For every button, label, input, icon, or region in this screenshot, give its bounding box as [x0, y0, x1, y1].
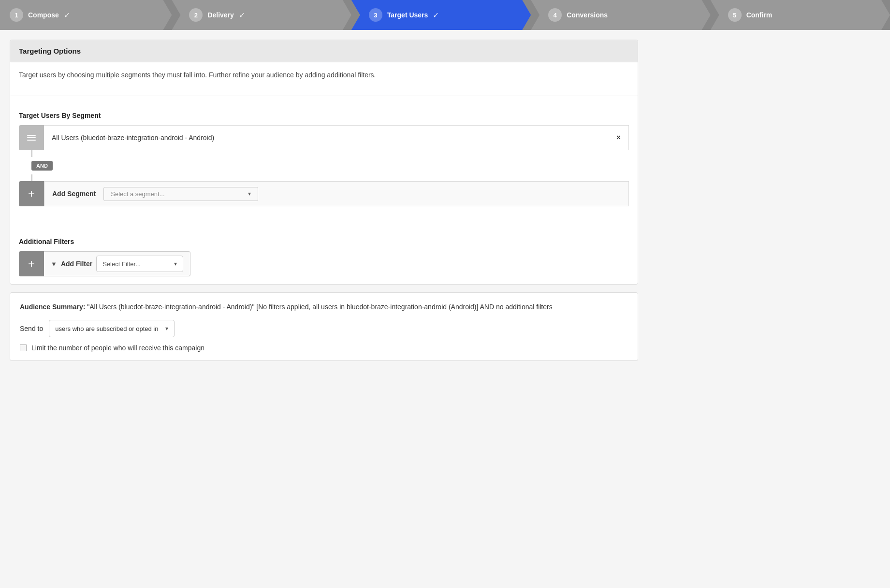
step-check-compose: ✓	[64, 11, 70, 20]
step-target-users[interactable]: 3 Target Users ✓	[351, 0, 531, 30]
filter-dropdown[interactable]: Select Filter... ▾	[96, 256, 183, 272]
add-segment-label: Add Segment	[52, 190, 96, 198]
targeting-options-card: Targeting Options Target users by choosi…	[10, 40, 638, 285]
segment-row: All Users (bluedot-braze-integration-and…	[19, 125, 629, 150]
add-segment-label-box: Add Segment Select a segment... ▾	[44, 181, 629, 206]
step-check-target-users: ✓	[433, 11, 439, 20]
step-compose[interactable]: 1 Compose ✓	[0, 0, 172, 30]
send-to-chevron-icon: ▾	[165, 325, 168, 332]
segment-section: Target Users By Segment All Users (blued…	[10, 104, 638, 214]
connector-line-bottom	[31, 174, 32, 181]
divider-2	[10, 222, 638, 222]
stepper: 1 Compose ✓ 2 Delivery ✓ 3 Target Users …	[0, 0, 890, 30]
step-label-target-users: Target Users	[387, 11, 428, 19]
filter-placeholder-text: Select Filter...	[102, 260, 170, 268]
send-to-value: users who are subscribed or opted in	[55, 325, 161, 332]
filter-chevron-icon: ▾	[174, 260, 177, 267]
limit-label: Limit the number of people who will rece…	[31, 344, 204, 352]
step-number-5: 5	[728, 8, 742, 22]
add-segment-row: + Add Segment Select a segment... ▾	[19, 181, 629, 206]
step-number-1: 1	[10, 8, 23, 22]
add-segment-button[interactable]: +	[19, 181, 44, 206]
step-confirm[interactable]: 5 Confirm	[711, 0, 890, 30]
chevron-down-icon: ▾	[248, 190, 251, 197]
divider-1	[10, 96, 638, 96]
targeting-options-body: Target users by choosing multiple segmen…	[10, 62, 638, 88]
remove-segment-button[interactable]: ×	[616, 133, 621, 142]
plus-icon: +	[28, 187, 35, 201]
send-to-label: Send to	[20, 325, 43, 332]
filter-row: + ▼ Add Filter Select Filter... ▾	[19, 251, 629, 276]
step-delivery[interactable]: 2 Delivery ✓	[172, 0, 351, 30]
step-label-confirm: Confirm	[746, 11, 773, 19]
send-to-row: Send to users who are subscribed or opte…	[20, 320, 628, 337]
filters-section: Additional Filters + ▼ Add Filter Select…	[10, 230, 638, 284]
segment-placeholder-text: Select a segment...	[111, 190, 248, 198]
audience-summary-label: Audience Summary:	[20, 303, 85, 311]
step-label-compose: Compose	[28, 11, 59, 19]
targeting-options-header: Targeting Options	[10, 40, 638, 62]
step-label-conversions: Conversions	[567, 11, 608, 19]
filters-section-title: Additional Filters	[19, 238, 629, 245]
targeting-description: Target users by choosing multiple segmen…	[19, 70, 629, 80]
segment-drag-handle[interactable]	[19, 125, 44, 150]
filter-icon: ▼	[51, 260, 57, 268]
limit-row: Limit the number of people who will rece…	[20, 344, 628, 352]
step-number-2: 2	[189, 8, 203, 22]
limit-checkbox[interactable]	[20, 344, 27, 351]
segment-section-title: Target Users By Segment	[19, 112, 629, 119]
main-content: Targeting Options Target users by choosi…	[0, 30, 648, 378]
step-number-3: 3	[369, 8, 382, 22]
step-number-4: 4	[548, 8, 562, 22]
add-filter-button[interactable]: +	[19, 251, 44, 276]
audience-summary-value: "All Users (bluedot-braze-integration-an…	[87, 303, 552, 311]
targeting-options-title: Targeting Options	[19, 47, 81, 55]
segment-value: All Users (bluedot-braze-integration-and…	[44, 125, 629, 150]
audience-summary-text: Audience Summary: "All Users (bluedot-br…	[20, 301, 628, 312]
connector-line-top	[31, 150, 32, 157]
filter-label: Add Filter	[61, 260, 92, 268]
and-badge: AND	[31, 161, 53, 171]
filter-inner-box: ▼ Add Filter Select Filter... ▾	[44, 251, 190, 276]
send-to-dropdown[interactable]: users who are subscribed or opted in ▾	[49, 320, 175, 337]
step-check-delivery: ✓	[239, 11, 245, 20]
filter-plus-icon: +	[28, 257, 35, 271]
audience-summary-card: Audience Summary: "All Users (bluedot-br…	[10, 292, 638, 361]
segment-value-text: All Users (bluedot-braze-integration-and…	[52, 134, 214, 142]
segment-dropdown[interactable]: Select a segment... ▾	[103, 187, 258, 201]
step-label-delivery: Delivery	[207, 11, 233, 19]
step-conversions[interactable]: 4 Conversions	[531, 0, 710, 30]
and-connector: AND	[19, 150, 629, 181]
